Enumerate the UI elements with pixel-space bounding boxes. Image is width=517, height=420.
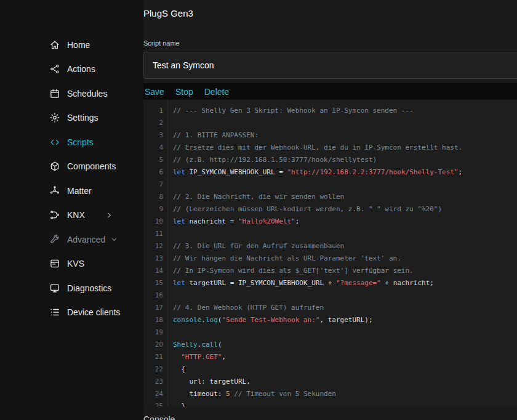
console-section-label: Console xyxy=(143,414,517,420)
code-text: let IP_SYMCON_WEBHOOK_URL = "http://192.… xyxy=(168,166,462,179)
code-line: 14// In IP-Symcon wird dies als $_GET['t… xyxy=(143,265,517,277)
line-number: 22 xyxy=(143,363,168,376)
code-text: let targetURL = IP_SYMCON_WEBHOOK_URL + … xyxy=(168,277,434,289)
code-text: Shelly.call( xyxy=(168,339,222,351)
settings-icon xyxy=(49,112,60,123)
line-number: 9 xyxy=(143,203,168,216)
actions-icon xyxy=(49,63,60,75)
sidebar-item-label: Matter xyxy=(67,186,92,196)
sidebar-item-label: Schedules xyxy=(67,89,107,99)
sidebar-item-home[interactable]: Home xyxy=(0,33,143,57)
line-number: 23 xyxy=(143,376,168,388)
code-line: 6let IP_SYMCON_WEBHOOK_URL = "http://192… xyxy=(143,166,517,179)
code-text: let nachricht = "Hallo%20Welt"; xyxy=(168,216,299,228)
script-name-label: Script name xyxy=(143,39,517,47)
script-name-input[interactable] xyxy=(143,52,517,79)
code-line: 11 xyxy=(143,228,517,240)
code-line: 13// Wir hängen die Nachricht als URL-Pa… xyxy=(143,252,517,265)
sidebar-nav: HomeActionsSchedulesSettingsScriptsCompo… xyxy=(0,0,143,325)
code-text: // 4. Den Webhook (HTTP GET) aufrufen xyxy=(168,302,324,314)
script-toolbar: Save Stop Delete xyxy=(143,83,517,100)
sidebar-item-scripts[interactable]: Scripts xyxy=(0,130,143,155)
sidebar-item-settings[interactable]: Settings xyxy=(0,106,143,131)
code-text xyxy=(168,179,173,191)
sidebar-item-diagnostics[interactable]: Diagnostics xyxy=(0,276,143,301)
code-line: 20Shelly.call( xyxy=(143,339,517,351)
code-text: "HTTP.GET", xyxy=(168,351,226,363)
line-number: 17 xyxy=(143,302,168,314)
line-number: 3 xyxy=(143,129,168,142)
sidebar-item-schedules[interactable]: Schedules xyxy=(0,81,143,106)
code-line: 4// Ersetze dies mit der Webhook-URL, di… xyxy=(143,142,517,154)
sidebar-item-knx[interactable]: KNX xyxy=(0,203,143,228)
line-number: 2 xyxy=(143,117,168,129)
code-line: 15let targetURL = IP_SYMCON_WEBHOOK_URL … xyxy=(143,277,517,289)
sidebar-item-label: Device clients xyxy=(67,307,120,317)
code-text xyxy=(168,228,173,240)
line-number: 16 xyxy=(143,289,168,302)
sidebar-item-label: KVS xyxy=(67,259,84,269)
code-line: 10let nachricht = "Hallo%20Welt"; xyxy=(143,216,517,228)
line-number: 6 xyxy=(143,166,168,179)
kvs-icon xyxy=(49,258,60,269)
code-editor[interactable]: 1// --- Shelly Gen 3 Skript: Webhook an … xyxy=(143,100,517,406)
stop-button[interactable]: Stop xyxy=(175,87,193,97)
code-line: 16 xyxy=(143,289,517,302)
main-content: PlugS Gen3 Script name Save Stop Delete … xyxy=(143,0,517,420)
line-number: 14 xyxy=(143,265,168,277)
sidebar-item-kvs[interactable]: KVS xyxy=(0,252,143,277)
code-line: 5// (z.B. http://192.168.1.50:3777/hook/… xyxy=(143,154,517,166)
code-text: // 1. BITTE ANPASSEN: xyxy=(168,129,258,142)
sidebar-item-label: Scripts xyxy=(67,137,94,147)
components-icon xyxy=(49,161,60,172)
sidebar-item-components[interactable]: Components xyxy=(0,155,143,179)
sidebar-item-advanced[interactable]: Advanced xyxy=(0,227,143,252)
line-number: 5 xyxy=(143,154,168,166)
code-text xyxy=(168,289,173,302)
code-line: 24 timeout: 5 // Timeout von 5 Sekunden xyxy=(143,388,517,400)
schedules-icon xyxy=(49,88,60,99)
code-line: 21 "HTTP.GET", xyxy=(143,351,517,363)
code-line: 18console.log("Sende Test-Webhook an:", … xyxy=(143,314,517,326)
line-number: 15 xyxy=(143,277,168,289)
sidebar-item-label: Home xyxy=(67,40,90,50)
page-title: PlugS Gen3 xyxy=(143,8,517,19)
chevron-right-icon xyxy=(106,212,113,219)
line-number: 25 xyxy=(143,400,168,406)
code-text: // (Leerzeichen müssen URL-kodiert werde… xyxy=(168,203,442,216)
sidebar-item-label: Actions xyxy=(67,64,95,74)
code-line: 8// 2. Die Nachricht, die wir senden wol… xyxy=(143,191,517,203)
sidebar-item-label: Advanced xyxy=(67,235,105,244)
chevron-down-icon xyxy=(111,236,118,243)
line-number: 24 xyxy=(143,388,168,400)
save-button[interactable]: Save xyxy=(145,87,164,97)
knx-icon xyxy=(49,209,60,220)
sidebar-item-device-clients[interactable]: Device clients xyxy=(0,301,143,325)
sidebar-item-matter[interactable]: Matter xyxy=(0,179,143,203)
code-text: // 2. Die Nachricht, die wir senden woll… xyxy=(168,191,344,203)
code-text: // 3. Die URL für den Aufruf zusammenbau… xyxy=(168,240,344,252)
scripts-icon xyxy=(49,137,60,148)
code-line: 25 } xyxy=(143,400,517,406)
line-number: 7 xyxy=(143,179,168,191)
code-line: 2 xyxy=(143,117,517,129)
code-lines: 1// --- Shelly Gen 3 Skript: Webhook an … xyxy=(143,105,517,406)
sidebar-item-label: Components xyxy=(67,161,116,171)
sidebar: HomeActionsSchedulesSettingsScriptsCompo… xyxy=(0,0,143,420)
line-number: 12 xyxy=(143,240,168,252)
device-clients-icon xyxy=(49,307,60,318)
home-icon xyxy=(49,39,60,50)
delete-button[interactable]: Delete xyxy=(204,87,229,97)
line-number: 10 xyxy=(143,216,168,228)
diagnostics-icon xyxy=(49,283,60,294)
sidebar-item-label: Settings xyxy=(67,113,98,123)
code-line: 19 xyxy=(143,326,517,339)
code-text: // Ersetze dies mit der Webhook-URL, die… xyxy=(168,142,462,154)
line-number: 13 xyxy=(143,252,168,265)
line-number: 20 xyxy=(143,339,168,351)
code-line: 23 url: targetURL, xyxy=(143,376,517,388)
code-text xyxy=(168,117,173,129)
code-text: // (z.B. http://192.168.1.50:3777/hook/s… xyxy=(168,154,377,166)
line-number: 21 xyxy=(143,351,168,363)
sidebar-item-actions[interactable]: Actions xyxy=(0,57,143,82)
